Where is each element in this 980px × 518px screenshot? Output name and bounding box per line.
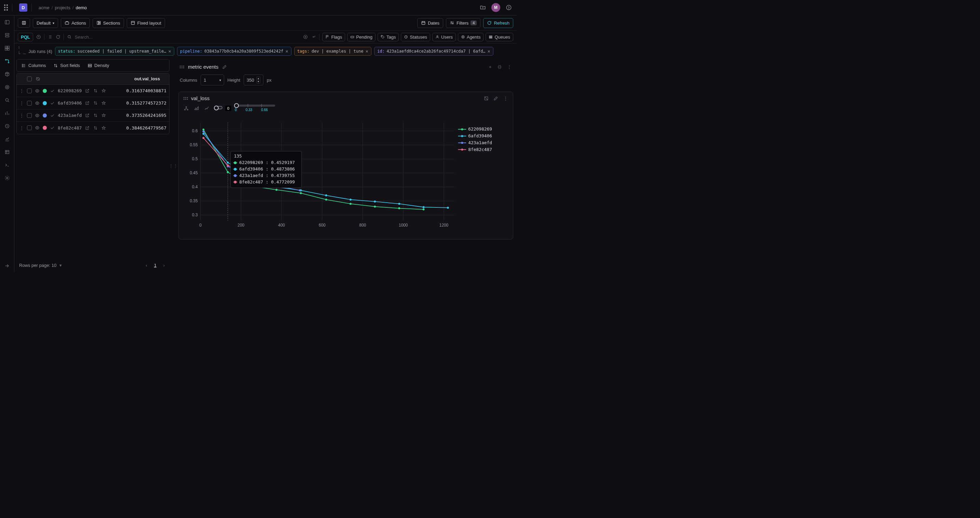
close-icon[interactable]: × [365,49,368,54]
network-icon[interactable] [183,106,189,111]
table-row[interactable]: ⋮ 423a1aefd 0.3735264241695 [17,109,169,122]
eye-icon[interactable] [35,100,40,106]
agents-pill[interactable]: Agents [458,33,484,41]
clear-search-icon[interactable] [303,34,308,40]
list-icon[interactable] [47,34,52,40]
rail-flow-icon[interactable] [4,58,11,65]
flags-pill[interactable]: Flags [322,33,345,41]
columns-select[interactable]: 1▾ [200,75,224,86]
height-input[interactable]: 350 ▴▾ [243,75,264,86]
sort-tool[interactable]: Sort fields [51,62,83,69]
new-folder-icon[interactable] [479,4,487,11]
pending-pill[interactable]: Pending [347,33,375,41]
add-icon[interactable]: ＋ [487,64,493,70]
step-up-icon[interactable]: ▴ [257,77,260,80]
rail-bars-icon[interactable] [4,110,11,116]
external-link-icon[interactable] [84,125,90,130]
table-row[interactable]: ⋮ 8fe82c487 0.3846264779567 [17,122,169,134]
rail-chart-icon[interactable] [4,136,11,143]
eye-icon[interactable] [35,88,40,94]
page-number[interactable]: 1 [154,263,156,268]
breadcrumb-parent[interactable]: projects [55,5,70,10]
rail-box-icon[interactable] [4,71,11,78]
grip-icon[interactable] [183,97,188,100]
help-icon[interactable] [505,4,512,11]
refresh-button[interactable]: Refresh [483,18,513,28]
chip-status[interactable]: status:succeeded | failed | upstream_fai… [55,47,174,56]
breadcrumb-org[interactable]: acme [38,5,49,10]
collapse-icon[interactable] [497,64,502,70]
tags-pill[interactable]: Tags [377,33,399,41]
pql-toggle[interactable]: PQL [18,33,33,41]
close-icon[interactable]: × [169,49,171,54]
run-id[interactable]: 622098269 [58,88,82,93]
save-button[interactable] [18,18,30,28]
external-link-icon[interactable] [84,113,90,118]
queues-pill[interactable]: Queues [485,33,513,41]
rail-stack-icon[interactable] [4,32,11,39]
step-down-icon[interactable]: ▾ [257,80,260,83]
chip-tags[interactable]: tags:dev | examples | tune× [294,47,371,56]
area-chart-icon[interactable] [194,106,199,111]
row-checkbox[interactable] [27,89,32,93]
enter-icon[interactable] [311,34,317,40]
pql-help-icon[interactable] [36,34,41,40]
edit-chart-icon[interactable] [493,96,498,101]
rail-search-icon[interactable] [4,97,11,103]
preset-dropdown[interactable]: Default▾ [33,18,58,28]
rail-target-icon[interactable] [4,84,11,91]
run-id[interactable]: 423a1aefd [58,113,82,118]
expand-icon[interactable] [484,96,489,101]
search-input[interactable] [75,35,301,40]
dates-button[interactable]: Dates [417,18,443,28]
external-link-icon[interactable] [84,88,90,94]
panel-resize-handle[interactable]: ⋮⋮ [172,59,175,273]
breadcrumb-current[interactable]: demo [76,5,87,10]
grip-icon[interactable] [180,65,185,68]
row-checkbox[interactable] [27,113,32,118]
star-icon[interactable] [101,88,106,94]
star-icon[interactable] [101,113,106,118]
project-badge[interactable]: D [19,3,27,12]
user-avatar[interactable]: M [492,3,500,12]
more-chart-icon[interactable]: ⋮ [503,96,508,101]
row-drag-icon[interactable]: ⋮ [19,88,24,94]
prev-page-icon[interactable]: ‹ [144,262,150,268]
close-icon[interactable]: × [285,49,288,54]
rail-collapse-icon[interactable] [4,262,11,269]
rail-table-icon[interactable] [4,149,11,156]
rail-panel-icon[interactable] [4,19,11,25]
actions-button[interactable]: Actions [61,18,90,28]
sections-button[interactable]: Sections [92,18,124,28]
more-icon[interactable]: ⋮ [506,64,512,70]
density-tool[interactable]: Density [85,62,112,69]
row-drag-icon[interactable]: ⋮ [19,113,24,118]
row-drag-icon[interactable]: ⋮ [19,125,24,130]
smoothing-slider[interactable] [234,105,275,106]
chevron-down-icon[interactable]: ▾ [58,262,63,268]
sync-icon[interactable] [56,34,61,40]
chip-pipeline[interactable]: pipeline:03843a77b0cb4a20a3809f523ed4242… [177,47,291,56]
compare-icon[interactable] [92,125,98,130]
row-checkbox[interactable] [27,101,32,106]
compare-icon[interactable] [92,113,98,118]
compare-icon[interactable] [92,100,98,106]
toggle-switch[interactable] [214,106,219,110]
columns-tool[interactable]: Columns [19,62,49,69]
statuses-pill[interactable]: Statuses [401,33,430,41]
filters-button[interactable]: Filters4 [446,18,481,28]
select-all-checkbox[interactable] [27,76,32,81]
hide-icon[interactable] [35,76,41,82]
chip-id[interactable]: id:423a1aefd0ca4ce2ab26fac49714cda7 | 6a… [374,47,493,56]
column-header-val-loss[interactable]: out.val_loss [132,73,162,84]
run-id[interactable]: 8fe82c487 [58,126,82,130]
eye-icon[interactable] [35,125,40,130]
star-icon[interactable] [101,100,106,106]
close-icon[interactable]: × [488,49,490,54]
table-row[interactable]: ⋮ 622098269 0.3163740038871 [17,85,169,97]
table-row[interactable]: ⋮ 6afd39406 0.3152774572372 [17,97,169,109]
drag-handle-icon[interactable] [4,5,8,11]
rail-dashboard-icon[interactable] [4,45,11,52]
fixed-layout-button[interactable]: Fixed layout [127,18,165,28]
rows-per-page-value[interactable]: 10 [52,263,56,268]
